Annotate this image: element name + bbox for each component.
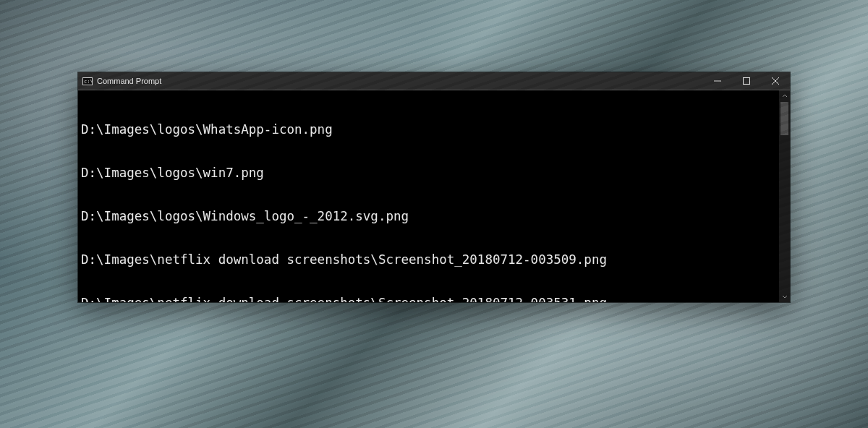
cmd-app-icon: c:\ xyxy=(82,77,93,85)
minimize-button[interactable] xyxy=(703,72,732,90)
window-title: Command Prompt xyxy=(97,77,161,85)
client-area: D:\Images\logos\WhatsApp-icon.png D:\Ima… xyxy=(78,90,790,302)
scroll-down-button[interactable] xyxy=(779,291,790,302)
minimize-icon xyxy=(714,77,721,85)
output-line: D:\Images\logos\WhatsApp-icon.png xyxy=(81,122,775,137)
svg-rect-2 xyxy=(714,81,721,82)
chevron-up-icon xyxy=(782,93,788,99)
close-icon xyxy=(772,77,779,85)
maximize-icon xyxy=(743,77,750,85)
output-line: D:\Images\netflix download screenshots\S… xyxy=(81,252,775,267)
scroll-up-button[interactable] xyxy=(779,90,790,102)
close-button[interactable] xyxy=(761,72,790,90)
scroll-track[interactable] xyxy=(779,102,790,291)
terminal-output[interactable]: D:\Images\logos\WhatsApp-icon.png D:\Ima… xyxy=(78,90,779,302)
svg-text:c:\: c:\ xyxy=(84,79,93,85)
command-prompt-window: c:\ Command Prompt D:\Images\logos\Whats… xyxy=(78,72,790,302)
output-line: D:\Images\netflix download screenshots\S… xyxy=(81,296,775,302)
chevron-down-icon xyxy=(782,294,788,299)
output-line: D:\Images\logos\Windows_logo_-_2012.svg.… xyxy=(81,209,775,223)
vertical-scrollbar[interactable] xyxy=(779,90,790,302)
svg-rect-3 xyxy=(744,78,750,85)
output-line: D:\Images\logos\win7.png xyxy=(81,166,775,180)
scroll-thumb[interactable] xyxy=(780,102,788,135)
titlebar[interactable]: c:\ Command Prompt xyxy=(78,72,790,90)
maximize-button[interactable] xyxy=(732,72,761,90)
